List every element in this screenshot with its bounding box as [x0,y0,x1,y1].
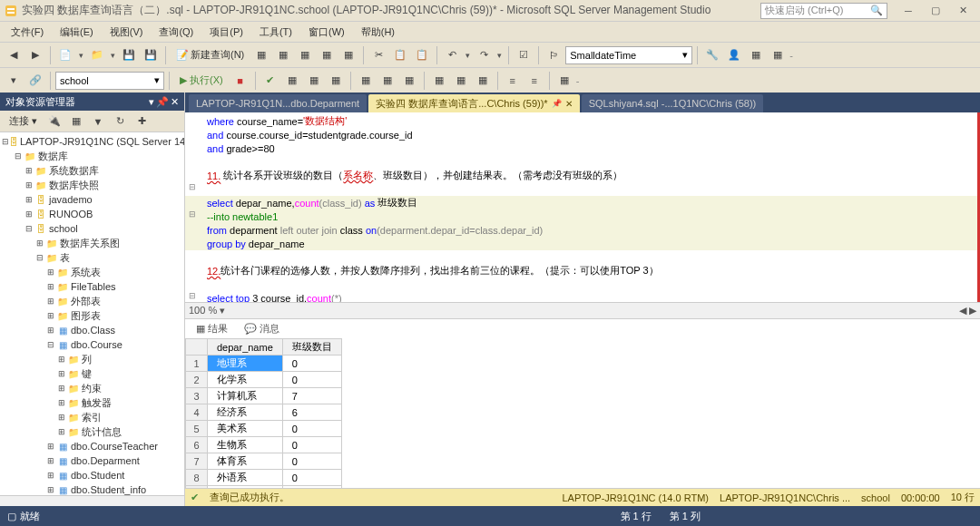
row-num[interactable]: 1 [186,356,208,372]
menu-tools[interactable]: 工具(T) [252,24,299,41]
cell[interactable]: 0 [282,437,341,453]
cell[interactable]: 经济系 [208,404,283,421]
cell[interactable]: 体育系 [208,453,283,470]
open-icon[interactable]: 📁 [87,45,107,65]
cell[interactable]: 0 [282,421,341,437]
result-grid[interactable]: depar_name 班级数目 1地理系02化学系03计算机系74经济系65美术… [185,338,980,488]
col-header[interactable]: 班级数目 [282,339,341,356]
cell[interactable]: 6 [282,404,341,421]
minimize-button[interactable]: ─ [895,2,922,20]
fold-icon[interactable]: ⊟ [185,208,200,220]
tree-stats[interactable]: ⊞📁统计信息 [2,424,182,439]
forward-button[interactable]: ▶ [25,45,45,65]
tree-course[interactable]: ⊟▦dbo.Course [2,337,182,352]
messages-tab[interactable]: 💬消息 [237,320,287,337]
cell[interactable]: 美术系 [208,421,283,437]
tb2-icon-10[interactable]: ▦ [451,71,471,91]
new-item-icon[interactable]: 📄 [55,45,75,65]
tb-icon-1[interactable]: ▦ [251,45,271,65]
menu-project[interactable]: 项目(P) [202,24,250,41]
doc-tab-shiyan4[interactable]: SQLshiyan4.sql -...1Q1NC\Chris (58)) [582,94,764,112]
tree-diagram[interactable]: ⊞📁数据库关系图 [2,236,182,250]
code-editor[interactable]: ⊟ ⊟ ⊟ where course_name='数据结构' and cours… [185,112,980,302]
menu-query[interactable]: 查询(Q) [152,24,201,41]
tree-student-info[interactable]: ⊞▦dbo.Student_info [2,482,182,495]
menu-window[interactable]: 窗口(W) [301,24,352,41]
tree-runoob[interactable]: ⊞🗄RUNOOB [2,207,182,221]
tab-close-icon[interactable]: ✕ [565,99,573,109]
tb2-icon-2[interactable]: 🔗 [25,71,45,91]
tb2-icon-3[interactable]: ▦ [282,71,302,91]
indent-right-icon[interactable]: ≡ [524,71,544,91]
parse-icon[interactable]: ✔ [260,71,280,91]
quick-launch-input[interactable]: 快速启动 (Ctrl+Q) 🔍 [760,3,887,19]
oe-tb-5[interactable]: ✚ [132,112,152,132]
tb-icon-5[interactable]: ▦ [338,45,358,65]
cell[interactable]: 计算机系 [208,388,283,404]
connect-button[interactable]: 连接 ▾ [4,112,43,130]
new-query-button[interactable]: 📝新建查询(N) [171,46,250,63]
tb-icon-3[interactable]: ▦ [295,45,315,65]
col-header[interactable]: depar_name [208,339,283,356]
tree-courseteacher[interactable]: ⊞▦dbo.CourseTeacher [2,439,182,453]
table-row[interactable]: 4经济系6 [186,404,342,421]
row-num[interactable]: 3 [186,388,208,404]
copy-icon[interactable]: 📋 [390,45,410,65]
type-combo[interactable]: SmalldateTime▾ [565,46,692,64]
cell[interactable]: 0 [282,453,341,470]
oe-tb-4[interactable]: ↻ [110,112,130,132]
cell[interactable]: 0 [282,372,341,388]
indent-left-icon[interactable]: ≡ [503,71,523,91]
tree-filetbl[interactable]: ⊞📁FileTables [2,279,182,294]
tree-school[interactable]: ⊟🗄school [2,221,182,236]
oe-dropdown-icon[interactable]: ▾ [149,96,154,108]
table-row[interactable]: 3计算机系7 [186,388,342,404]
menu-help[interactable]: 帮助(H) [354,24,402,41]
tb-props-icon[interactable]: 🔧 [702,45,722,65]
menu-file[interactable]: 文件(F) [4,24,51,41]
tb2-icon-end[interactable]: ▦ [554,71,574,91]
cell[interactable]: 0 [282,470,341,486]
tb2-icon-5[interactable]: ▦ [326,71,346,91]
tree-triggers[interactable]: ⊞📁触发器 [2,395,182,410]
cell[interactable]: 地理系 [208,356,283,372]
row-num[interactable]: 4 [186,404,208,421]
menu-view[interactable]: 视图(V) [103,24,151,41]
tree-tables[interactable]: ⊟📁表 [2,250,182,265]
oe-tree[interactable]: ⊟🗄LAPTOP-JR91Q1NC (SQL Server 14 ⊟📁数据库 ⊞… [0,132,184,495]
hscroll-arrows[interactable]: ◀ ▶ [959,305,976,317]
tree-student[interactable]: ⊞▦dbo.Student [2,468,182,482]
close-button[interactable]: ✕ [949,2,976,20]
tree-class[interactable]: ⊞▦dbo.Class [2,323,182,337]
database-combo[interactable]: school▾ [55,72,164,90]
tree-keys[interactable]: ⊞📁键 [2,366,182,381]
doc-tab-active[interactable]: 实验四 数据库查询语言...C\Chris (59))*📌✕ [368,94,579,112]
row-num[interactable]: 2 [186,372,208,388]
save-all-icon[interactable]: 💾 [141,45,161,65]
tree-cols[interactable]: ⊞📁列 [2,352,182,366]
tb-perm-icon[interactable]: 👤 [724,45,744,65]
save-icon[interactable]: 💾 [119,45,139,65]
tb2-icon-9[interactable]: ▦ [429,71,449,91]
zoom-combo[interactable]: 100 % ▾ [189,305,225,317]
table-row[interactable]: 8外语系0 [186,470,342,486]
tree-graphtbl[interactable]: ⊞📁图形表 [2,308,182,323]
oe-close-icon[interactable]: ✕ [171,96,179,108]
table-row[interactable]: 2化学系0 [186,372,342,388]
undo-icon[interactable]: ↶ [442,45,462,65]
redo-drop[interactable]: ▾ [495,51,504,60]
tree-server[interactable]: ⊟🗄LAPTOP-JR91Q1NC (SQL Server 14 [2,134,182,149]
cell[interactable]: 0 [282,356,341,372]
tree-systbl[interactable]: ⊞📁系统表 [2,265,182,279]
table-row[interactable]: 1地理系0 [186,356,342,372]
table-row[interactable]: 6生物系0 [186,437,342,453]
oe-tb-2[interactable]: ▦ [66,112,86,132]
cell[interactable]: 化学系 [208,372,283,388]
cell[interactable]: 7 [282,388,341,404]
row-num[interactable]: 7 [186,453,208,470]
oe-tb-1[interactable]: 🔌 [44,112,64,132]
oe-pin-icon[interactable]: 📌 [156,96,169,108]
table-row[interactable]: 7体育系0 [186,453,342,470]
tb2-icon-1[interactable]: ▾ [4,71,24,91]
back-button[interactable]: ◀ [4,45,24,65]
